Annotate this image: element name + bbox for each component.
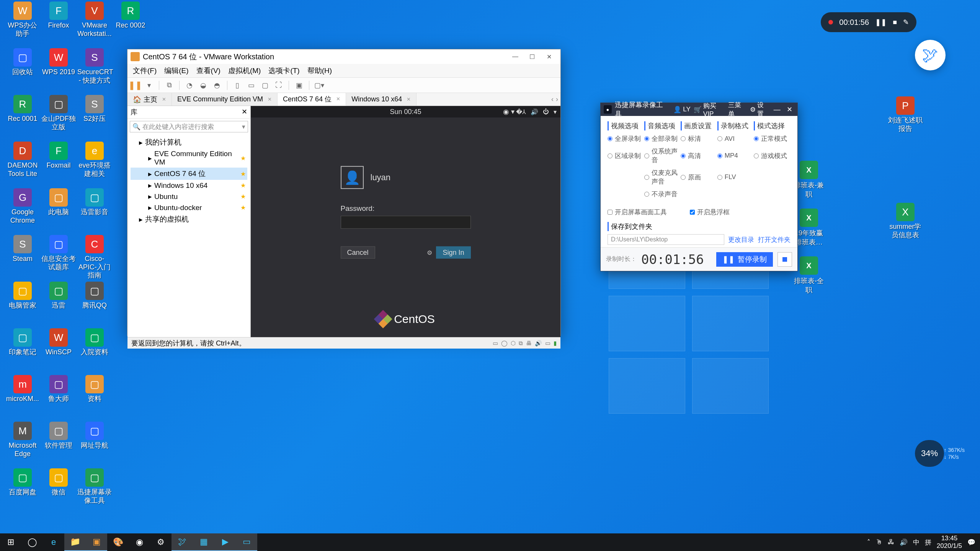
close-button[interactable]: ✕ bbox=[785, 105, 794, 114]
tray-chevron[interactable]: ˄ bbox=[867, 538, 871, 546]
pause-record-button[interactable]: ❚❚ 暂停录制 bbox=[716, 252, 773, 267]
tray-volume-icon[interactable]: 🔊 bbox=[900, 538, 908, 546]
desktop-icon[interactable]: DDAEMON Tools Lite bbox=[5, 142, 40, 178]
desktop-icon[interactable]: MMicrosoft Edge bbox=[5, 422, 40, 458]
clock-icon[interactable]: ◔ bbox=[184, 80, 195, 91]
layout-1[interactable]: ▯ bbox=[232, 80, 243, 91]
view-dropdown[interactable]: ▢▾ bbox=[314, 80, 325, 91]
vm-tab[interactable]: 🏠 主页✕ bbox=[127, 93, 172, 106]
status-icon[interactable]: ⬡ bbox=[511, 340, 516, 347]
taskbar-snip[interactable]: ▣ bbox=[86, 533, 107, 551]
layout-2[interactable]: ▭ bbox=[246, 80, 256, 91]
taskbar-thunder[interactable]: 🕊 bbox=[172, 533, 193, 551]
tree-item[interactable]: ▸共享的虚拟机 bbox=[131, 213, 247, 225]
recorder-option[interactable]: MP4 bbox=[717, 147, 754, 165]
library-close[interactable]: ✕ bbox=[242, 108, 247, 117]
recorder-option[interactable]: 仅麦克风声音 bbox=[644, 168, 681, 186]
tree-item[interactable]: ▸EVE Community Edition VM★ bbox=[131, 148, 247, 168]
start-button[interactable]: ⊞ bbox=[0, 533, 21, 551]
fullscreen-button[interactable]: ⛶ bbox=[273, 80, 284, 91]
search-dropdown-icon[interactable]: ▾ bbox=[242, 123, 245, 131]
tool-icon-2[interactable]: ◓ bbox=[212, 80, 222, 91]
desktop-icon[interactable]: WWinSCP bbox=[41, 328, 76, 357]
recorder-option[interactable]: 原画 bbox=[681, 168, 717, 186]
menu-item[interactable]: 编辑(E) bbox=[161, 64, 191, 77]
tab-close-icon[interactable]: ✕ bbox=[162, 96, 166, 102]
unity-button[interactable]: ▣ bbox=[294, 80, 304, 91]
tab-scroll-right[interactable]: › bbox=[556, 95, 558, 103]
power-icon[interactable]: ⏻ bbox=[543, 108, 549, 116]
desktop-icon[interactable]: WWPS 2019 bbox=[41, 48, 76, 77]
desktop-icon[interactable]: SSteam bbox=[5, 235, 40, 263]
desktop-icon[interactable]: FFoxmail bbox=[41, 142, 76, 170]
recorder-option[interactable]: 正常模式 bbox=[754, 134, 791, 143]
tree-item[interactable]: ▸Ubuntu★ bbox=[131, 191, 247, 202]
gnome-clock[interactable]: Sun 00:45 bbox=[390, 108, 421, 116]
taskbar-paint[interactable]: 🎨 bbox=[107, 533, 129, 551]
status-icon[interactable]: 🖶 bbox=[526, 340, 532, 347]
password-input[interactable] bbox=[341, 216, 471, 229]
taskbar-edge[interactable]: e bbox=[43, 533, 64, 551]
recorder-checkbox[interactable]: 开启悬浮框 bbox=[690, 208, 730, 217]
open-dir-link[interactable]: 打开文件夹 bbox=[758, 235, 791, 244]
tab-close-icon[interactable]: ✕ bbox=[268, 96, 272, 102]
tab-close-icon[interactable]: ✕ bbox=[407, 96, 411, 102]
stop-record-button[interactable] bbox=[777, 252, 792, 267]
recorder-option[interactable]: 标清 bbox=[681, 134, 717, 143]
session-gear-icon[interactable]: ⚙ bbox=[427, 249, 432, 256]
user-link[interactable]: 👤 LY bbox=[673, 106, 691, 114]
desktop-icon[interactable]: SS2好压 bbox=[77, 95, 112, 123]
tray-clock[interactable]: 13:45 2020/1/5 bbox=[937, 535, 962, 549]
recorder-titlebar[interactable]: ● 迅捷屏幕录像工具 👤 LY 🛒 购买VIP 三菜单 ⚙ 设置 — ✕ bbox=[601, 103, 797, 116]
network-icon[interactable]: �⅄ bbox=[516, 108, 526, 116]
status-icon[interactable]: ◯ bbox=[501, 340, 508, 347]
cancel-button[interactable]: Cancel bbox=[341, 246, 375, 259]
maximize-button[interactable]: ☐ bbox=[524, 51, 541, 62]
save-path-input[interactable] bbox=[608, 234, 724, 245]
menu-link[interactable]: 三菜单 bbox=[728, 101, 747, 118]
recorder-option[interactable]: 高清 bbox=[681, 147, 717, 165]
tray-network-icon[interactable]: 🖧 bbox=[888, 538, 894, 546]
tree-item[interactable]: ▸Ubuntu-docker★ bbox=[131, 202, 247, 213]
menu-item[interactable]: 虚拟机(M) bbox=[225, 64, 264, 77]
tab-scroll-left[interactable]: ‹ bbox=[551, 95, 554, 103]
taskbar-recorder[interactable]: ▶ bbox=[214, 533, 236, 551]
tree-item[interactable]: ▸我的计算机 bbox=[131, 136, 247, 148]
menu-item[interactable]: 文件(F) bbox=[130, 64, 160, 77]
desktop-icon[interactable]: eeve环境搭建相关 bbox=[77, 142, 112, 178]
desktop-icon[interactable]: GGoogle Chrome bbox=[5, 188, 40, 225]
taskbar-app[interactable]: ▭ bbox=[236, 533, 257, 551]
desktop-icon[interactable]: ▢迅捷屏幕录像工具 bbox=[77, 468, 112, 505]
recorder-option[interactable]: 全部录制 bbox=[644, 134, 681, 143]
recorder-option[interactable]: 仅系统声音 bbox=[644, 147, 681, 165]
desktop-icon[interactable]: ▢微信 bbox=[41, 468, 76, 497]
netspeed-widget[interactable]: 34% ↑ 367K/s↓ 7K/s bbox=[915, 440, 944, 467]
recorder-option[interactable]: 区域录制 bbox=[608, 147, 644, 165]
desktop-icon[interactable]: ▢迅雷影音 bbox=[77, 188, 112, 217]
desktop-icon[interactable]: ▢资料 bbox=[77, 375, 112, 403]
desktop-icon[interactable]: RRec 0001 bbox=[5, 95, 40, 123]
pill-stop[interactable]: ■ bbox=[893, 18, 897, 26]
tab-close-icon[interactable]: ✕ bbox=[336, 96, 340, 102]
toolbar-dropdown[interactable]: ▾ bbox=[144, 80, 154, 91]
desktop-icon[interactable]: FFirefox bbox=[41, 2, 76, 30]
library-search[interactable]: 🔍 在此处键入内容进行搜索 ▾ bbox=[130, 121, 248, 132]
signin-button[interactable]: Sign In bbox=[436, 246, 470, 259]
tray-notifications[interactable]: 💬 bbox=[967, 538, 975, 546]
vm-screen[interactable]: Sun 00:45 ◉ ▾ �⅄ 🔊 ⏻ ▾ 👤 luyan bbox=[251, 106, 560, 337]
desktop-icon[interactable]: ▢回收站 bbox=[5, 48, 40, 77]
recorder-floating-bar[interactable]: 00:01:56 ❚❚ ■ ✎ bbox=[821, 12, 916, 32]
recorder-checkbox[interactable]: 开启屏幕画面工具 bbox=[608, 208, 667, 217]
minimize-button[interactable]: — bbox=[772, 106, 782, 114]
desktop-icon[interactable]: ▢金山PDF独立版 bbox=[41, 95, 76, 131]
desktop-icon[interactable]: ▢印象笔记 bbox=[5, 328, 40, 357]
pill-edit[interactable]: ✎ bbox=[903, 18, 909, 26]
pill-pause[interactable]: ❚❚ bbox=[875, 18, 887, 26]
desktop-icon[interactable]: ▢电脑管家 bbox=[5, 282, 40, 310]
buy-vip-link[interactable]: 🛒 购买VIP bbox=[694, 101, 725, 118]
minimize-button[interactable]: — bbox=[507, 51, 524, 62]
pause-button[interactable]: ❚❚ bbox=[130, 80, 140, 91]
vmware-titlebar[interactable]: CentOS 7 64 位 - VMware Workstation — ☐ ✕ bbox=[127, 49, 560, 64]
recorder-option[interactable]: 不录声音 bbox=[644, 190, 681, 199]
desktop-icon-xls-summer[interactable]: X summer学员信息表 bbox=[888, 203, 923, 239]
